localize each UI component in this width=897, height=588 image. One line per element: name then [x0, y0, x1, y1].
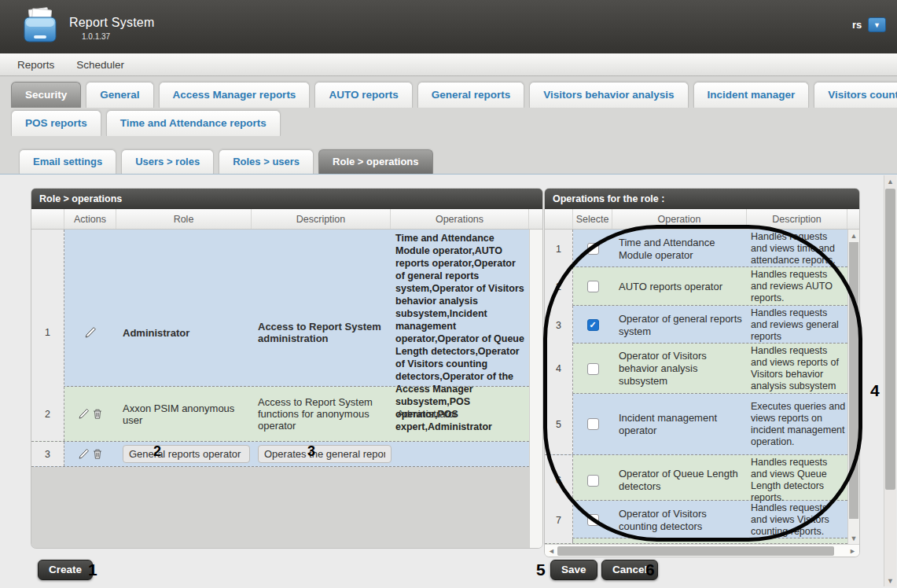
- row-number: 6: [545, 455, 573, 505]
- table-row: 5 ✓ Incident management operator Execute…: [545, 394, 847, 455]
- scroll-down-icon[interactable]: ▼: [848, 533, 859, 544]
- scrollbar-thumb[interactable]: [849, 242, 858, 519]
- role-operations-panel: Role > operations Actions Role Descripti…: [31, 189, 542, 548]
- operation-cell: Operator of Visitors behavior analysis s…: [612, 344, 747, 394]
- tab-pos-reports[interactable]: POS reports: [11, 110, 101, 136]
- table-row: 1 Administrator Access to Report System …: [31, 230, 529, 387]
- col-role: Role: [116, 209, 252, 229]
- delete-icon[interactable]: [92, 408, 103, 420]
- subtab-roles-users[interactable]: Roles > users: [219, 149, 314, 174]
- col-operations: Operations: [391, 209, 529, 229]
- role-name-input[interactable]: [123, 445, 250, 463]
- tab-general-reports[interactable]: General reports: [417, 82, 525, 108]
- operations-horizontal-scrollbar[interactable]: ◄ ►: [545, 544, 859, 557]
- app-version: 1.0.1.37: [82, 32, 110, 41]
- table-row: 3: [31, 442, 529, 467]
- operations-for-role-panel-title: Operations for the role :: [545, 189, 859, 209]
- row-number: 3: [545, 306, 573, 344]
- app-logo-folder-icon: [19, 7, 61, 50]
- tab-auto-reports[interactable]: AUTO reports: [314, 82, 412, 108]
- description-cell: Access to Report System functions for an…: [252, 387, 391, 441]
- scroll-up-icon[interactable]: ▲: [848, 230, 859, 241]
- operation-cell: Time and Attendance Module operator: [612, 230, 747, 268]
- menu-item-scheduler[interactable]: Scheduler: [76, 59, 124, 71]
- create-button[interactable]: Create: [38, 560, 93, 580]
- operation-checkbox[interactable]: ✓: [587, 243, 599, 255]
- scroll-right-icon[interactable]: ►: [849, 545, 856, 557]
- operation-checkbox[interactable]: ✓: [587, 281, 599, 292]
- operation-cell: Incident management operator: [612, 394, 747, 454]
- description-cell: Handles requests and views Queue Length …: [747, 455, 847, 505]
- table-row: 4 ✓ Operator of Visitors behavior analys…: [545, 344, 847, 394]
- subtab-role-operations[interactable]: Role > operations: [318, 149, 432, 174]
- operation-checkbox[interactable]: ✓: [587, 514, 599, 526]
- table-row: 1 ✓ Time and Attendance Module operator …: [545, 230, 847, 267]
- save-button[interactable]: Save: [550, 560, 597, 580]
- subtab-email-settings[interactable]: Email settings: [19, 149, 116, 174]
- col-spacer: [529, 209, 542, 229]
- edit-icon[interactable]: [78, 408, 90, 420]
- table-row: 3 ✓ Operator of general reports system H…: [545, 306, 847, 344]
- role-operations-table-body: 1 Administrator Access to Report System …: [31, 230, 542, 548]
- tab-time-and-attendance-reports[interactable]: Time and Attendance reports: [106, 110, 281, 136]
- scroll-left-icon[interactable]: ◄: [548, 545, 555, 557]
- operations-for-role-panel: Operations for the role : Selecte Operat…: [545, 189, 859, 557]
- operation-cell: Operator of Queue Length detectors: [612, 455, 747, 505]
- col-actions: Actions: [64, 209, 116, 229]
- col-description: Description: [252, 209, 391, 229]
- page-vertical-scrollbar[interactable]: ▲ ▼: [884, 175, 896, 586]
- app-header: Report System 1.0.1.37 rs ▼: [0, 0, 897, 53]
- operations-cell: Administrator: [391, 387, 529, 441]
- row-number: 2: [545, 267, 573, 306]
- tab-security[interactable]: Security: [11, 82, 81, 108]
- col-description: Description: [747, 209, 847, 229]
- row-number: 5: [545, 394, 573, 454]
- row-number: 1: [545, 230, 573, 268]
- tab-general[interactable]: General: [86, 82, 153, 108]
- app-title: Report System: [69, 16, 154, 30]
- operations-vertical-scrollbar[interactable]: ▲ ▼: [847, 230, 859, 544]
- col-num: [31, 209, 64, 229]
- table-row-partial: [545, 538, 847, 544]
- check-icon: ✓: [589, 321, 596, 329]
- operation-checkbox[interactable]: ✓: [587, 418, 599, 430]
- operation-checkbox[interactable]: ✓: [587, 319, 599, 331]
- cancel-button[interactable]: Cancel: [601, 560, 658, 580]
- user-menu-button[interactable]: ▼: [868, 17, 886, 32]
- left-table-vertical-scrollbar[interactable]: [529, 230, 542, 548]
- row-number: 4: [545, 344, 573, 394]
- scroll-up-icon[interactable]: ▲: [884, 176, 896, 187]
- description-cell: Handles requests and views reports of Vi…: [747, 344, 847, 394]
- operation-cell: AUTO reports operator: [612, 267, 747, 306]
- main-tabs-row1: Security General Access Manager reports …: [11, 82, 897, 108]
- description-cell: Handles requests and views Visitors coun…: [747, 501, 847, 539]
- scrollbar-thumb[interactable]: [557, 546, 834, 556]
- tab-visitors-counting-detectors[interactable]: Visitors counting detectors: [814, 82, 897, 108]
- delete-icon[interactable]: [92, 448, 103, 460]
- scrollbar-thumb[interactable]: [885, 189, 895, 490]
- col-operation: Operation: [612, 209, 747, 229]
- edit-icon[interactable]: [78, 448, 90, 460]
- scroll-down-icon[interactable]: ▼: [884, 575, 896, 586]
- description-cell: Handles requests and views time and atte…: [747, 230, 847, 268]
- operation-checkbox[interactable]: ✓: [587, 475, 599, 487]
- tab-incident-manager[interactable]: Incident manager: [693, 82, 810, 108]
- table-row: 7 ✓ Operator of Visitors counting detect…: [545, 501, 847, 538]
- description-cell: [252, 442, 391, 466]
- role-description-input[interactable]: [258, 445, 392, 463]
- subtab-users-roles[interactable]: Users > roles: [121, 149, 214, 174]
- row-number: 2: [31, 387, 64, 441]
- operation-checkbox[interactable]: ✓: [587, 363, 599, 375]
- row-actions: [64, 387, 116, 441]
- role-operations-panel-title: Role > operations: [31, 189, 542, 209]
- row-number: 3: [31, 442, 64, 466]
- col-spacer: [847, 209, 859, 229]
- edit-icon[interactable]: [84, 326, 97, 339]
- security-sub-tabs: Email settings Users > roles Roles > use…: [19, 149, 433, 174]
- description-cell: Handles requests and reviews general rep…: [747, 306, 847, 344]
- menu-item-reports[interactable]: Reports: [17, 59, 54, 71]
- menu-bar: Reports Scheduler: [0, 53, 897, 76]
- tab-visitors-behavior-analysis[interactable]: Visitors behavior analysis: [529, 82, 688, 108]
- tab-access-manager-reports[interactable]: Access Manager reports: [159, 82, 311, 108]
- table-row: 6 ✓ Operator of Queue Length detectors H…: [545, 455, 847, 501]
